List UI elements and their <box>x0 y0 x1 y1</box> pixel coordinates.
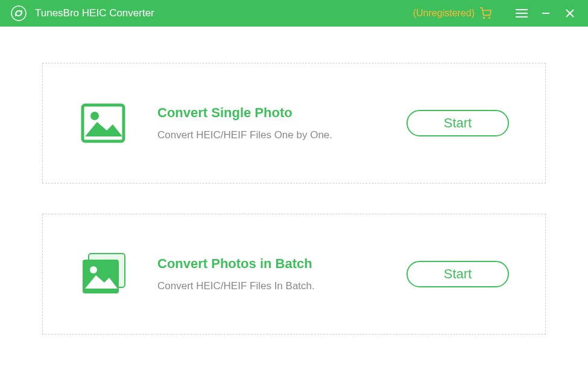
titlebar: TunesBro HEIC Converter (Unregistered) <box>0 0 588 27</box>
svg-point-0 <box>11 6 26 21</box>
svg-point-10 <box>90 112 99 120</box>
batch-photo-icon <box>79 250 127 298</box>
single-card-title: Convert Single Photo <box>157 105 406 121</box>
convert-batch-card: Convert Photos in Batch Convert HEIC/HEI… <box>42 214 546 334</box>
batch-card-text: Convert Photos in Batch Convert HEIC/HEI… <box>157 256 406 292</box>
minimize-button[interactable] <box>534 0 558 27</box>
app-logo-icon <box>11 5 27 21</box>
single-card-desc: Convert HEIC/HEIF Files One by One. <box>157 129 406 141</box>
start-batch-button[interactable]: Start <box>406 261 509 287</box>
app-window: TunesBro HEIC Converter (Unregistered) <box>0 0 588 387</box>
svg-point-13 <box>90 266 97 273</box>
unregistered-label[interactable]: (Unregistered) <box>413 8 475 19</box>
start-single-button[interactable]: Start <box>406 110 509 136</box>
svg-point-2 <box>489 18 490 19</box>
svg-point-1 <box>484 18 485 19</box>
menu-icon[interactable] <box>510 0 534 27</box>
single-card-text: Convert Single Photo Convert HEIC/HEIF F… <box>157 105 406 141</box>
convert-single-card: Convert Single Photo Convert HEIC/HEIF F… <box>42 63 546 184</box>
batch-card-desc: Convert HEIC/HEIF Files In Batch. <box>157 280 406 292</box>
batch-card-title: Convert Photos in Batch <box>157 256 406 272</box>
cart-icon[interactable] <box>479 7 492 19</box>
close-button[interactable] <box>558 0 582 27</box>
single-photo-icon <box>79 99 127 147</box>
main-content: Convert Single Photo Convert HEIC/HEIF F… <box>0 27 588 387</box>
app-title: TunesBro HEIC Converter <box>35 7 154 19</box>
